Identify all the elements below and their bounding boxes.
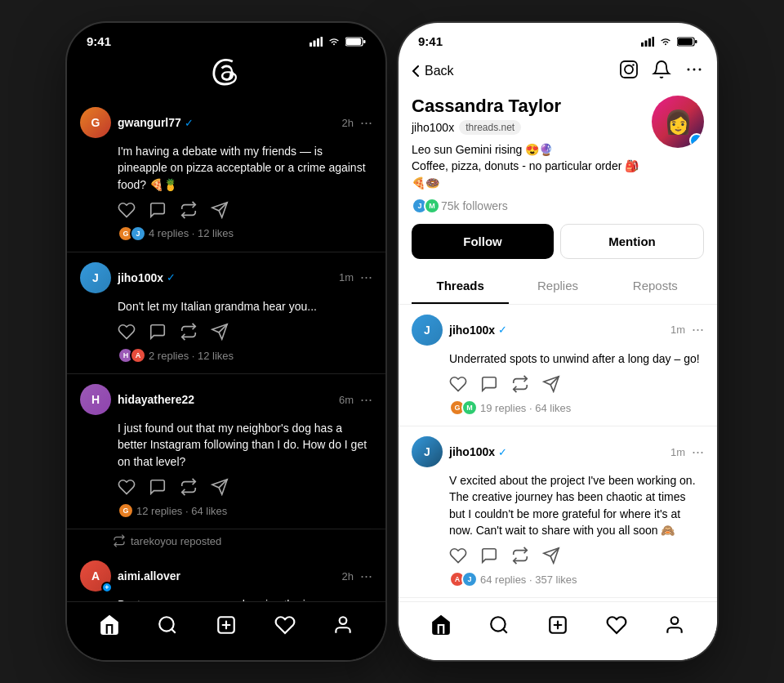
- repost-btn-2[interactable]: [180, 323, 198, 341]
- nav-likes[interactable]: [268, 608, 302, 645]
- pp-share-btn-1[interactable]: [542, 375, 560, 393]
- svg-rect-19: [641, 42, 644, 47]
- profile-posts[interactable]: J jiho100x ✓ 1m ··· Underrated spots to …: [399, 305, 717, 623]
- pp-1-avatar: J: [412, 315, 443, 346]
- post-2-mini-avatars: H A: [118, 347, 142, 364]
- tab-threads[interactable]: Threads: [412, 269, 509, 304]
- post-2-avatar: J: [80, 262, 111, 293]
- nav-search[interactable]: [150, 608, 185, 645]
- pp-1-user-info: J jiho100x ✓: [412, 315, 507, 346]
- comment-btn-3[interactable]: [149, 478, 167, 496]
- mini-av-1b: J: [130, 225, 146, 242]
- post-1-username-row: gwangurl77 ✓: [118, 116, 194, 129]
- threads-logo-icon: [212, 58, 241, 87]
- svg-rect-0: [310, 42, 312, 47]
- share-btn-1[interactable]: [211, 201, 229, 219]
- follow-button[interactable]: Follow: [412, 224, 554, 259]
- like-btn-3[interactable]: [118, 478, 136, 496]
- tab-reposts[interactable]: Reposts: [607, 269, 704, 304]
- svg-line-37: [503, 629, 507, 633]
- nav-profile[interactable]: [326, 608, 360, 645]
- followers-mini-avatars: J M: [412, 198, 436, 214]
- post-3-username: hidayathere22: [118, 393, 194, 406]
- more-icon-btn[interactable]: [684, 60, 704, 83]
- right-nav-search[interactable]: [482, 608, 516, 645]
- post-2-header: J jiho100x ✓ 1m ···: [80, 262, 372, 293]
- pp-2-username-row: jiho100x ✓: [449, 445, 507, 458]
- comment-btn-2[interactable]: [149, 323, 167, 341]
- like-btn-1[interactable]: [118, 201, 136, 219]
- notification-icon-btn[interactable]: [652, 60, 671, 83]
- post-1-more[interactable]: ···: [360, 114, 372, 132]
- pp-like-btn-2[interactable]: [449, 547, 467, 565]
- nav-new-post[interactable]: [209, 608, 243, 645]
- post-4-more[interactable]: ···: [360, 568, 372, 585]
- post-4-avatar-container: A +: [80, 560, 111, 591]
- pp-2-more[interactable]: ···: [692, 444, 704, 461]
- pp-share-btn-2[interactable]: [542, 547, 560, 565]
- post-1-header-right: 2h ···: [342, 114, 372, 132]
- right-nav-home[interactable]: [424, 608, 458, 645]
- svg-rect-25: [695, 40, 697, 43]
- instagram-icon-btn[interactable]: [619, 60, 639, 83]
- like-btn-2[interactable]: [118, 323, 136, 341]
- pp-1-stats-text: 19 replies · 64 likes: [480, 402, 571, 414]
- pp-comment-btn-1[interactable]: [480, 375, 498, 393]
- profile-handle-row: jiho100x threads.net: [412, 120, 652, 135]
- pp-2-mini-avatars: A J: [449, 571, 474, 587]
- right-bottom-nav: [399, 601, 717, 660]
- post-4-username: aimi.allover: [118, 569, 180, 583]
- feed-scroll[interactable]: G gwangurl77 ✓ 2h ··· I'm having a debat…: [67, 97, 385, 636]
- svg-rect-5: [346, 38, 361, 45]
- post-2-actions: [118, 323, 372, 341]
- pp-comment-btn-2[interactable]: [480, 547, 498, 565]
- comment-btn-1[interactable]: [149, 201, 167, 219]
- post-2: J jiho100x ✓ 1m ··· Don't let my Italian…: [67, 252, 385, 374]
- left-status-time: 9:41: [87, 34, 111, 48]
- post-3-mini-avatars: G: [118, 502, 130, 519]
- pp-like-btn-1[interactable]: [449, 375, 467, 393]
- post-1-content: I'm having a debate with my friends — is…: [118, 143, 372, 193]
- svg-rect-3: [321, 37, 323, 47]
- wifi-icon: [327, 37, 341, 47]
- svg-rect-26: [621, 61, 637, 78]
- right-nav-new-post[interactable]: [541, 608, 575, 645]
- nav-home[interactable]: [92, 608, 127, 645]
- pp-repost-btn-1[interactable]: [511, 375, 529, 393]
- pp-1-stats: G M 19 replies · 64 likes: [449, 400, 704, 416]
- post-3-more[interactable]: ···: [360, 391, 372, 408]
- profile-avatar-emoji: 👩: [664, 109, 693, 136]
- repost-indicator: tarekoyou reposted: [67, 529, 385, 551]
- pp-repost-btn-2[interactable]: [511, 547, 529, 565]
- tab-replies[interactable]: Replies: [509, 269, 606, 304]
- right-phone: 9:41 Back: [399, 23, 717, 660]
- follower-av-2: M: [424, 198, 440, 214]
- right-nav-profile[interactable]: [657, 608, 692, 645]
- back-button[interactable]: Back: [412, 64, 454, 78]
- profile-bio-1: Leo sun Gemini rising 😍🔮 Coffee, pizza, …: [412, 141, 652, 191]
- svg-point-30: [693, 69, 696, 71]
- post-1-time: 2h: [342, 117, 354, 129]
- pp-2-header: J jiho100x ✓ 1m ···: [412, 436, 704, 467]
- svg-rect-22: [653, 37, 655, 47]
- pp-2-verified: ✓: [498, 446, 507, 458]
- signal-icon: [310, 37, 323, 47]
- pp-mini-av-2b: J: [461, 571, 478, 587]
- svg-point-27: [625, 65, 633, 74]
- pp-1-username: jiho100x: [449, 324, 495, 337]
- post-2-more[interactable]: ···: [360, 269, 372, 286]
- pp-mini-av-1b: M: [461, 400, 478, 416]
- pp-1-more[interactable]: ···: [692, 321, 704, 338]
- svg-rect-2: [317, 38, 319, 47]
- post-4-header-right: 2h ···: [342, 568, 372, 585]
- share-btn-2[interactable]: [211, 323, 229, 341]
- post-4-header: A + aimi.allover 2h ···: [80, 560, 372, 591]
- post-1-actions: [118, 201, 372, 219]
- mention-button[interactable]: Mention: [560, 224, 704, 259]
- repost-btn-3[interactable]: [180, 478, 198, 496]
- repost-btn-1[interactable]: [180, 201, 198, 219]
- post-1-verified: ✓: [185, 117, 194, 129]
- right-nav-likes[interactable]: [599, 608, 634, 645]
- repost-icon: [113, 534, 126, 547]
- share-btn-3[interactable]: [211, 478, 229, 496]
